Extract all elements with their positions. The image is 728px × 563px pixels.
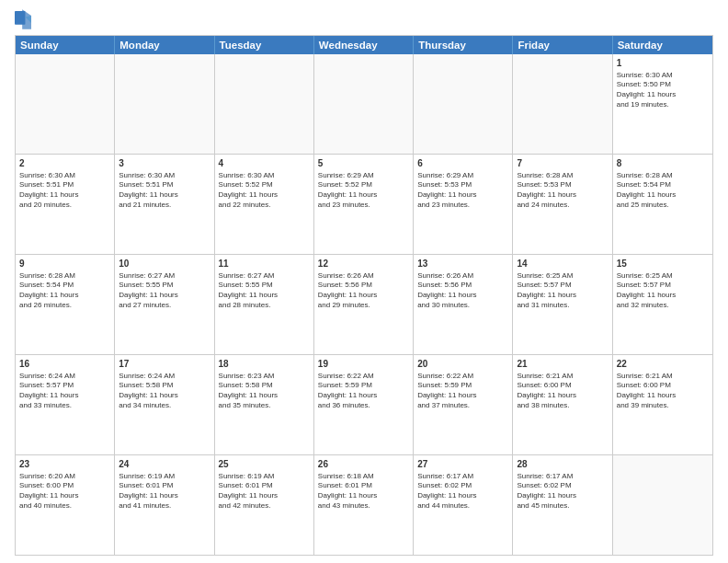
calendar-cell <box>16 54 115 154</box>
day-number: 6 <box>417 157 508 170</box>
day-number: 11 <box>219 258 310 270</box>
day-info: Sunrise: 6:30 AM Sunset: 5:50 PM Dayligh… <box>617 71 709 110</box>
day-number: 9 <box>19 258 110 270</box>
calendar-cell <box>513 54 612 154</box>
day-number: 22 <box>617 358 709 371</box>
day-info: Sunrise: 6:20 AM Sunset: 6:00 PM Dayligh… <box>19 472 110 511</box>
calendar-cell: 14Sunrise: 6:25 AM Sunset: 5:57 PM Dayli… <box>513 255 612 354</box>
day-info: Sunrise: 6:27 AM Sunset: 5:55 PM Dayligh… <box>119 271 210 311</box>
calendar-cell: 15Sunrise: 6:25 AM Sunset: 5:57 PM Dayli… <box>613 255 712 354</box>
calendar: SundayMondayTuesdayWednesdayThursdayFrid… <box>15 35 713 556</box>
day-info: Sunrise: 6:30 AM Sunset: 5:52 PM Dayligh… <box>219 171 310 211</box>
day-info: Sunrise: 6:22 AM Sunset: 5:59 PM Dayligh… <box>318 372 409 411</box>
day-info: Sunrise: 6:26 AM Sunset: 5:56 PM Dayligh… <box>417 271 508 311</box>
day-number: 21 <box>517 358 608 371</box>
day-info: Sunrise: 6:17 AM Sunset: 6:02 PM Dayligh… <box>417 472 508 511</box>
day-number: 15 <box>617 258 709 270</box>
calendar-cell: 8Sunrise: 6:28 AM Sunset: 5:54 PM Daylig… <box>613 155 712 254</box>
calendar-header-day: Monday <box>115 36 214 54</box>
calendar-week-row: 23Sunrise: 6:20 AM Sunset: 6:00 PM Dayli… <box>16 454 712 555</box>
calendar-header: SundayMondayTuesdayWednesdayThursdayFrid… <box>16 36 712 54</box>
calendar-cell: 6Sunrise: 6:29 AM Sunset: 5:53 PM Daylig… <box>414 155 513 254</box>
day-info: Sunrise: 6:19 AM Sunset: 6:01 PM Dayligh… <box>219 472 310 511</box>
calendar-cell <box>215 54 314 154</box>
calendar-header-day: Wednesday <box>314 36 414 54</box>
day-info: Sunrise: 6:19 AM Sunset: 6:01 PM Dayligh… <box>119 472 210 511</box>
day-info: Sunrise: 6:28 AM Sunset: 5:53 PM Dayligh… <box>517 171 608 211</box>
day-number: 2 <box>19 157 110 170</box>
calendar-week-row: 2Sunrise: 6:30 AM Sunset: 5:51 PM Daylig… <box>16 154 712 254</box>
calendar-week-row: 16Sunrise: 6:24 AM Sunset: 5:57 PM Dayli… <box>16 354 712 454</box>
calendar-body: 1Sunrise: 6:30 AM Sunset: 5:50 PM Daylig… <box>16 54 712 555</box>
day-number: 13 <box>417 258 508 270</box>
calendar-cell: 27Sunrise: 6:17 AM Sunset: 6:02 PM Dayli… <box>414 455 513 555</box>
calendar-cell: 16Sunrise: 6:24 AM Sunset: 5:57 PM Dayli… <box>16 355 115 454</box>
day-info: Sunrise: 6:27 AM Sunset: 5:55 PM Dayligh… <box>219 271 310 311</box>
day-info: Sunrise: 6:21 AM Sunset: 6:00 PM Dayligh… <box>517 372 608 411</box>
day-info: Sunrise: 6:24 AM Sunset: 5:58 PM Dayligh… <box>119 372 210 411</box>
day-info: Sunrise: 6:18 AM Sunset: 6:01 PM Dayligh… <box>318 472 409 511</box>
calendar-cell: 2Sunrise: 6:30 AM Sunset: 5:51 PM Daylig… <box>16 155 115 254</box>
day-number: 8 <box>617 157 709 170</box>
header <box>15 11 713 29</box>
day-number: 5 <box>318 157 409 170</box>
day-number: 27 <box>417 458 508 471</box>
day-number: 23 <box>19 458 110 471</box>
day-info: Sunrise: 6:25 AM Sunset: 5:57 PM Dayligh… <box>617 271 709 311</box>
day-info: Sunrise: 6:26 AM Sunset: 5:56 PM Dayligh… <box>318 271 409 311</box>
page: SundayMondayTuesdayWednesdayThursdayFrid… <box>0 0 728 563</box>
calendar-cell: 25Sunrise: 6:19 AM Sunset: 6:01 PM Dayli… <box>215 455 314 555</box>
day-number: 17 <box>119 358 210 371</box>
day-number: 7 <box>517 157 608 170</box>
logo-icon <box>15 9 31 29</box>
day-number: 1 <box>617 57 709 70</box>
calendar-week-row: 1Sunrise: 6:30 AM Sunset: 5:50 PM Daylig… <box>16 54 712 154</box>
day-number: 24 <box>119 458 210 471</box>
calendar-cell: 4Sunrise: 6:30 AM Sunset: 5:52 PM Daylig… <box>215 155 314 254</box>
calendar-header-day: Saturday <box>613 36 712 54</box>
day-info: Sunrise: 6:28 AM Sunset: 5:54 PM Dayligh… <box>617 171 709 211</box>
calendar-cell: 5Sunrise: 6:29 AM Sunset: 5:52 PM Daylig… <box>314 155 414 254</box>
calendar-cell: 20Sunrise: 6:22 AM Sunset: 5:59 PM Dayli… <box>414 355 513 454</box>
day-info: Sunrise: 6:24 AM Sunset: 5:57 PM Dayligh… <box>19 372 110 411</box>
day-info: Sunrise: 6:25 AM Sunset: 5:57 PM Dayligh… <box>517 271 608 311</box>
calendar-cell: 12Sunrise: 6:26 AM Sunset: 5:56 PM Dayli… <box>314 255 414 354</box>
calendar-cell: 17Sunrise: 6:24 AM Sunset: 5:58 PM Dayli… <box>115 355 214 454</box>
calendar-cell: 1Sunrise: 6:30 AM Sunset: 5:50 PM Daylig… <box>613 54 712 154</box>
day-number: 10 <box>119 258 210 270</box>
calendar-week-row: 9Sunrise: 6:28 AM Sunset: 5:54 PM Daylig… <box>16 254 712 354</box>
day-number: 26 <box>318 458 409 471</box>
day-number: 18 <box>219 358 310 371</box>
calendar-cell <box>613 455 712 555</box>
calendar-cell <box>314 54 414 154</box>
calendar-cell: 26Sunrise: 6:18 AM Sunset: 6:01 PM Dayli… <box>314 455 414 555</box>
calendar-cell: 9Sunrise: 6:28 AM Sunset: 5:54 PM Daylig… <box>16 255 115 354</box>
day-info: Sunrise: 6:23 AM Sunset: 5:58 PM Dayligh… <box>219 372 310 411</box>
calendar-cell: 13Sunrise: 6:26 AM Sunset: 5:56 PM Dayli… <box>414 255 513 354</box>
calendar-cell: 24Sunrise: 6:19 AM Sunset: 6:01 PM Dayli… <box>115 455 214 555</box>
calendar-cell: 7Sunrise: 6:28 AM Sunset: 5:53 PM Daylig… <box>513 155 612 254</box>
day-number: 25 <box>219 458 310 471</box>
calendar-header-day: Sunday <box>16 36 115 54</box>
day-number: 19 <box>318 358 409 371</box>
day-info: Sunrise: 6:22 AM Sunset: 5:59 PM Dayligh… <box>417 372 508 411</box>
calendar-header-day: Tuesday <box>215 36 314 54</box>
day-info: Sunrise: 6:17 AM Sunset: 6:02 PM Dayligh… <box>517 472 608 511</box>
calendar-cell: 10Sunrise: 6:27 AM Sunset: 5:55 PM Dayli… <box>115 255 214 354</box>
day-number: 4 <box>219 157 310 170</box>
calendar-header-day: Thursday <box>414 36 513 54</box>
day-number: 16 <box>19 358 110 371</box>
calendar-cell: 28Sunrise: 6:17 AM Sunset: 6:02 PM Dayli… <box>513 455 612 555</box>
calendar-cell: 18Sunrise: 6:23 AM Sunset: 5:58 PM Dayli… <box>215 355 314 454</box>
calendar-cell: 11Sunrise: 6:27 AM Sunset: 5:55 PM Dayli… <box>215 255 314 354</box>
calendar-cell <box>115 54 214 154</box>
day-number: 3 <box>119 157 210 170</box>
day-number: 28 <box>517 458 608 471</box>
calendar-cell: 21Sunrise: 6:21 AM Sunset: 6:00 PM Dayli… <box>513 355 612 454</box>
calendar-header-day: Friday <box>513 36 612 54</box>
day-info: Sunrise: 6:30 AM Sunset: 5:51 PM Dayligh… <box>119 171 210 211</box>
day-info: Sunrise: 6:28 AM Sunset: 5:54 PM Dayligh… <box>19 271 110 311</box>
calendar-cell: 19Sunrise: 6:22 AM Sunset: 5:59 PM Dayli… <box>314 355 414 454</box>
calendar-cell <box>414 54 513 154</box>
day-number: 20 <box>417 358 508 371</box>
